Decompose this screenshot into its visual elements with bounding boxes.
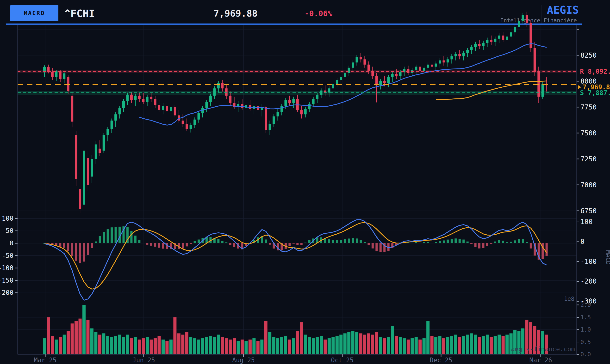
macd-histogram-bar xyxy=(67,243,69,251)
candle-body xyxy=(122,101,125,108)
macd-histogram-bar xyxy=(316,237,318,243)
macd-right-tick-label: 0 xyxy=(581,238,584,246)
macro-button[interactable]: MACRO xyxy=(10,5,58,21)
volume-bar xyxy=(371,335,374,354)
volume-bar xyxy=(177,333,180,354)
volume-bar xyxy=(217,335,220,354)
volume-bar xyxy=(533,326,536,354)
volume-bar xyxy=(138,339,141,354)
trading-app-window: { "header": { "badge": "MACRO", "symbol"… xyxy=(0,0,610,364)
macd-histogram-bar xyxy=(257,237,259,243)
macd-histogram-bar xyxy=(348,238,350,243)
last-price-label: 7,969.88 xyxy=(583,83,610,91)
macd-left-tick-label: 50 xyxy=(6,227,14,234)
macd-histogram-bar xyxy=(281,243,283,250)
x-tick-label: Mar 25 xyxy=(34,357,56,364)
macd-histogram-bar xyxy=(522,239,524,243)
macd-histogram-bar xyxy=(126,227,129,243)
volume-bar xyxy=(331,337,335,354)
volume-bar xyxy=(367,333,370,354)
macd-histogram-bar xyxy=(182,243,184,248)
candle-body xyxy=(534,48,536,72)
macd-histogram-bar xyxy=(320,237,322,243)
volume-bar xyxy=(419,339,421,354)
candle-body xyxy=(391,74,394,77)
volume-bar xyxy=(517,331,521,354)
volume-tick-label: 1.0 xyxy=(581,326,591,333)
volume-tick-label: 2.0 xyxy=(581,301,591,308)
volume-bar xyxy=(185,332,189,354)
candle-body xyxy=(320,91,323,95)
macd-histogram-bar xyxy=(237,243,239,248)
volume-bar xyxy=(162,339,165,354)
volume-bar xyxy=(478,337,481,354)
macd-histogram-bar xyxy=(466,242,469,243)
volume-bar xyxy=(150,339,153,354)
macd-histogram-bar xyxy=(447,240,449,243)
volume-bar xyxy=(209,336,212,354)
macd-left-tick-label: -150 xyxy=(0,277,14,284)
volume-bar xyxy=(110,337,113,354)
volume-bar xyxy=(387,337,390,354)
volume-bar xyxy=(47,317,50,355)
candle-body xyxy=(348,68,350,73)
candle-body xyxy=(277,112,279,117)
candle-body xyxy=(130,95,133,100)
candle-body xyxy=(213,88,216,96)
macd-signal-line xyxy=(44,222,547,289)
macd-histogram-bar xyxy=(261,236,263,243)
macd-histogram-bar xyxy=(174,243,176,249)
candle-body xyxy=(83,151,85,205)
candle-body xyxy=(142,99,144,102)
volume-bar xyxy=(189,337,192,354)
macd-histogram-bar xyxy=(304,243,306,243)
macd-histogram-bar xyxy=(83,243,85,261)
level-band xyxy=(17,70,577,73)
volume-bar xyxy=(545,335,548,354)
macd-left-tick-label: 0 xyxy=(10,239,14,247)
macd-histogram-bar xyxy=(340,240,342,243)
x-tick-label: Dec 25 xyxy=(430,357,452,364)
volume-bar xyxy=(489,337,493,354)
candle-body xyxy=(423,68,425,71)
candle-body xyxy=(146,97,149,102)
macd-histogram-bar xyxy=(391,243,393,248)
macd-histogram-bar xyxy=(534,243,536,256)
macd-histogram-bar xyxy=(542,243,544,259)
volume-bar xyxy=(343,333,347,354)
candle-body xyxy=(447,59,449,63)
candle-body xyxy=(379,81,382,85)
macd-histogram-bar xyxy=(59,243,61,247)
candle-body xyxy=(344,73,346,77)
candle-body xyxy=(482,43,485,46)
volume-bar xyxy=(146,337,149,354)
candle-body xyxy=(328,88,330,92)
candle-body xyxy=(209,96,212,102)
macd-histogram-bar xyxy=(352,238,354,243)
price-tick-label: 7250 xyxy=(581,155,596,163)
volume-bar xyxy=(134,337,137,354)
candle-body xyxy=(383,81,386,83)
candle-body xyxy=(186,124,188,129)
candle-body xyxy=(316,95,318,99)
macd-histogram-bar xyxy=(269,243,271,245)
price-tick-label: 6750 xyxy=(581,207,596,215)
candle-body xyxy=(455,54,457,56)
candle-body xyxy=(79,189,81,209)
candle-body xyxy=(114,114,117,120)
macd-histogram-bar xyxy=(194,241,196,243)
macd-histogram-bar xyxy=(209,237,212,243)
candle-body xyxy=(407,69,409,73)
candle-body xyxy=(466,50,469,53)
candle-body xyxy=(474,44,477,47)
price-tick-label: 7000 xyxy=(581,181,596,189)
volume-bar xyxy=(260,339,263,354)
volume-bar xyxy=(399,337,402,354)
volume-bar xyxy=(154,338,157,354)
macd-histogram-bar xyxy=(245,243,247,246)
header-top-border xyxy=(11,5,600,5)
volume-bar xyxy=(462,336,465,354)
volume-bar xyxy=(391,326,394,354)
macd-histogram-bar xyxy=(470,243,473,244)
macd-histogram-bar xyxy=(122,226,125,243)
